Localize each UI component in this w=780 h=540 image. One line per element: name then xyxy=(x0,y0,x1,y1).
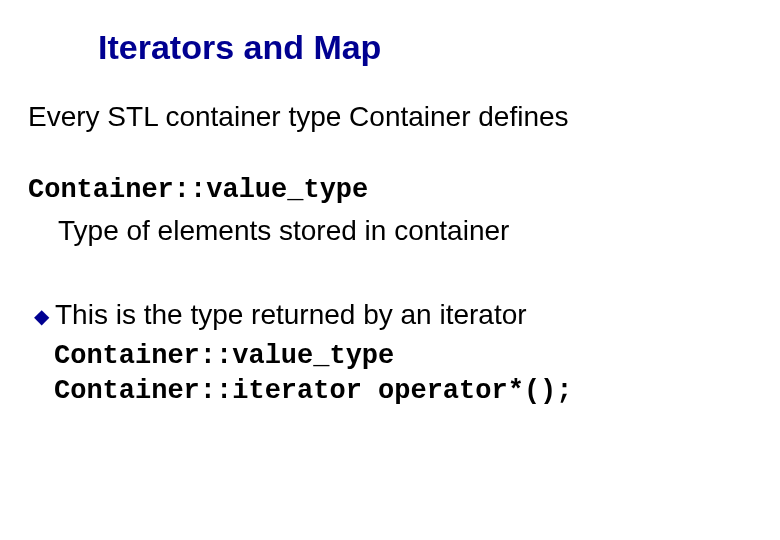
diamond-icon: ◆ xyxy=(34,299,49,333)
bullet-item: ◆ This is the type returned by an iterat… xyxy=(34,299,752,333)
code-line-2: Container::iterator operator*(); xyxy=(54,374,752,409)
code-line-1: Container::value_type xyxy=(54,339,752,374)
intro-text: Every STL container type Container defin… xyxy=(28,101,752,133)
bullet-text: This is the type returned by an iterator xyxy=(55,299,527,331)
slide-content: Iterators and Map Every STL container ty… xyxy=(0,0,780,540)
slide-title: Iterators and Map xyxy=(98,28,752,67)
code-type-name: Container::value_type xyxy=(28,175,752,205)
code-type-description: Type of elements stored in container xyxy=(58,215,752,247)
